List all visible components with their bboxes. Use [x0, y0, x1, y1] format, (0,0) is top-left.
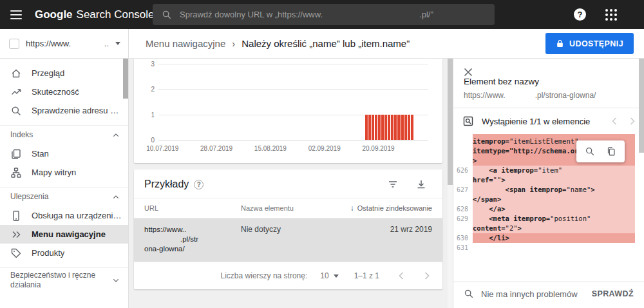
rows-per-page-select[interactable]: 10 — [320, 271, 338, 280]
app-logo: GoogleSearch Console — [35, 8, 155, 21]
filter-icon[interactable] — [387, 178, 399, 190]
previous-occurrence-icon[interactable] — [612, 117, 617, 125]
occurrence-row: Wystąpienie 1/1 w elemencie — [453, 108, 644, 134]
code-text: </a> — [473, 204, 635, 214]
column-last-indexed[interactable]: ↓ Ostatnie zindeksowanie — [350, 204, 432, 213]
bar — [404, 115, 407, 140]
sidebar-item-label: Sprawdzenie adresu URL — [32, 106, 122, 115]
search-icon — [464, 289, 474, 299]
sidebar-scrollbar-thumb[interactable] — [123, 59, 128, 99]
panel-scrollbar-thumb[interactable] — [639, 59, 644, 153]
chart-plot: 3210 — [158, 64, 428, 140]
url-inspect-search-bar[interactable]: Sprawdź dowolny URL w „https://www..pl/” — [153, 4, 495, 25]
code-line: href=""> — [453, 175, 635, 185]
chevron-down-icon — [113, 277, 119, 284]
help-icon[interactable]: ? — [574, 8, 586, 21]
line-number — [453, 156, 473, 166]
sidebar-item-sprawdzenie-adresu-url[interactable]: Sprawdzenie adresu URL — [0, 101, 128, 120]
logo-google: Google — [35, 8, 73, 21]
sidebar-item-produkty[interactable]: Produkty — [0, 244, 128, 262]
bar — [411, 115, 413, 140]
validate-button[interactable]: SPRAWDŹ — [592, 289, 634, 298]
sidebar-item-mapy-witryn[interactable]: Mapy witryn — [0, 163, 128, 182]
line-number — [453, 195, 473, 204]
line-number — [453, 137, 473, 146]
code-line: </span> — [453, 195, 635, 204]
search-icon — [162, 10, 172, 20]
sort-descending-icon: ↓ — [350, 204, 354, 213]
examples-actions — [387, 178, 432, 190]
column-name: Nazwa elementu — [241, 204, 319, 212]
sidebar-item-menu-nawigacyjne[interactable]: Menu nawigacyjne — [0, 225, 128, 244]
property-favicon — [9, 39, 19, 49]
bar — [372, 115, 374, 140]
main-scrollbar-thumb[interactable] — [448, 59, 453, 185]
line-number — [453, 224, 473, 233]
search-icon — [10, 105, 22, 117]
bar — [365, 115, 368, 140]
code-text: </li> — [473, 233, 635, 243]
line-number: 630 — [453, 233, 473, 243]
line-number: 629 — [453, 214, 473, 224]
row-last-indexed: 21 wrz 2019 — [390, 225, 432, 254]
code-toolbar — [576, 140, 625, 162]
next-page-icon[interactable] — [421, 272, 433, 280]
code-text: <meta itemprop="position" — [473, 214, 635, 224]
gridline-y2 — [158, 89, 428, 90]
examples-help-icon[interactable]: ? — [194, 180, 204, 189]
share-button[interactable]: UDOSTĘPNIJ — [545, 33, 634, 54]
pagination-range: 1–1 z 1 — [354, 271, 379, 280]
property-selector[interactable]: https://www. .. — [0, 29, 129, 58]
next-occurrence-icon[interactable] — [630, 117, 635, 125]
download-icon[interactable] — [415, 178, 427, 190]
code-line: content="2"> — [453, 224, 635, 233]
home-icon — [10, 68, 22, 79]
close-icon[interactable] — [464, 68, 634, 77]
zoom-icon[interactable] — [585, 146, 595, 157]
bar — [384, 115, 387, 140]
previous-page-icon[interactable] — [395, 272, 408, 280]
sidebar-section-indeks[interactable]: Indeks — [0, 125, 128, 144]
sidebar-section-label: Indeks — [10, 130, 113, 140]
table-row[interactable]: https://www.. .pl/str ona-glowna/ Nie do… — [134, 218, 442, 262]
line-number: 626 — [453, 166, 473, 175]
bar — [381, 115, 384, 140]
x-tick-label: 02.09.2019 — [308, 145, 341, 152]
y-tick-label: 0 — [142, 137, 155, 144]
sidebar-item-label: Menu nawigacyjne — [32, 229, 106, 239]
row-element-name: Nie dotyczy — [241, 225, 319, 254]
property-label: https://www. — [26, 39, 71, 48]
examples-title: Przykłady — [144, 178, 189, 190]
breadcrumb: Menu nawigacyjne › Należy określić „name… — [129, 29, 545, 58]
sidebar-item-przegląd[interactable]: Przegląd — [0, 64, 128, 82]
inspect-element-icon — [462, 115, 474, 127]
occurrence-nav — [612, 117, 635, 125]
panel-url: https://www..pl/strona-glowna/ — [464, 91, 634, 100]
panel-footer: Nie ma innych problemów SPRAWDŹ — [453, 282, 644, 305]
apps-grid-icon[interactable] — [605, 9, 617, 21]
x-tick-label: 10.07.2019 — [146, 145, 178, 152]
hamburger-menu-icon[interactable] — [10, 8, 22, 22]
code-text: <a itemprop="item" — [473, 166, 635, 175]
copy-icon[interactable] — [606, 146, 616, 157]
sidebar-item-skuteczność[interactable]: Skuteczność — [0, 82, 128, 101]
pagination: Liczba wierszy na stronę: 10 1–1 z 1 — [134, 262, 442, 289]
bar — [375, 115, 377, 140]
sidebar-section-bezpieczeństwo-i-ręczne-działania[interactable]: Bezpieczeństwo i ręczne działania — [0, 267, 128, 293]
mobile-icon — [10, 210, 22, 222]
sidebar-item-obsługa-na-urządzeniach-m[interactable]: Obsługa na urządzeniach m... — [0, 206, 128, 225]
bar — [408, 115, 410, 140]
topbar: GoogleSearch Console Sprawdź dowolny URL… — [0, 0, 644, 29]
main-scrollbar — [448, 59, 453, 308]
sidebar-item-stan[interactable]: Stan — [0, 144, 128, 163]
breadcrumb-parent[interactable]: Menu nawigacyjne — [146, 38, 225, 49]
sidebar-section-ulepszenia[interactable]: Ulepszenia — [0, 187, 128, 206]
gridline-y0 — [158, 140, 428, 140]
code-viewer[interactable]: 625<liitemprop="itemListElement"itemtype… — [453, 134, 635, 258]
property-ellipsis: .. — [104, 39, 109, 48]
detail-panel-header: Element bez nazwy https://www..pl/strona… — [453, 59, 644, 108]
code-line: 629 <meta itemprop="position" — [453, 214, 635, 224]
breadcrumbs-icon — [10, 229, 22, 240]
search-placeholder: Sprawdź dowolny URL w „https://www..pl/” — [180, 10, 433, 19]
line-number: 628 — [453, 204, 473, 214]
